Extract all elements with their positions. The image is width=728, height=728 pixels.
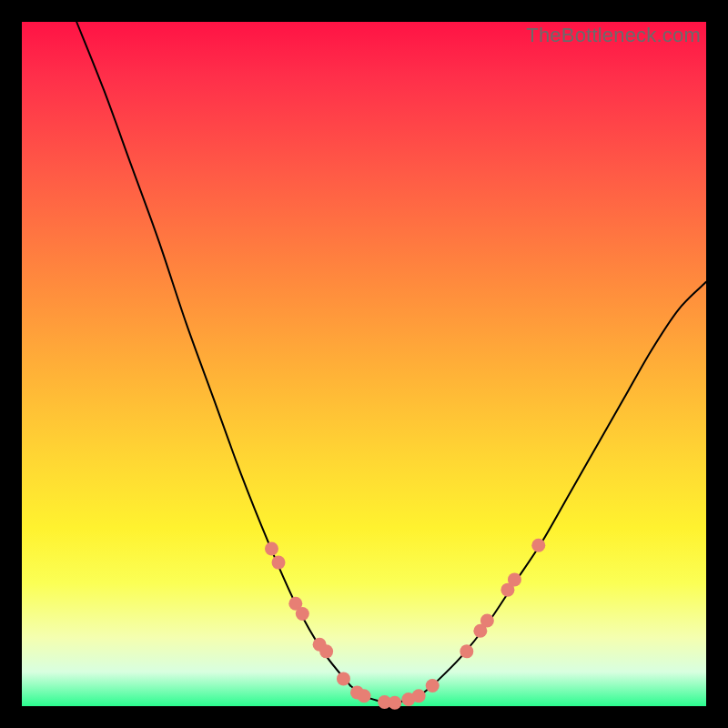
series-right-ascent xyxy=(432,282,706,686)
marker-dot xyxy=(388,696,401,710)
chart-svg xyxy=(22,22,706,706)
marker-dot xyxy=(319,644,333,658)
marker-dot xyxy=(337,672,350,685)
marker-dot xyxy=(508,572,521,586)
watermark-text: TheBottleneck.com xyxy=(526,24,701,47)
marker-dot xyxy=(460,644,473,658)
chart-frame: TheBottleneck.com xyxy=(22,22,706,706)
marker-dot xyxy=(296,607,309,621)
marker-dot xyxy=(426,679,440,693)
marker-dot xyxy=(265,542,278,556)
series-left-descent xyxy=(76,22,350,685)
marker-dot xyxy=(480,614,494,628)
marker-dot xyxy=(531,539,545,552)
marker-dot xyxy=(272,556,286,570)
marker-dot xyxy=(412,689,426,703)
marker-dot xyxy=(358,689,371,703)
